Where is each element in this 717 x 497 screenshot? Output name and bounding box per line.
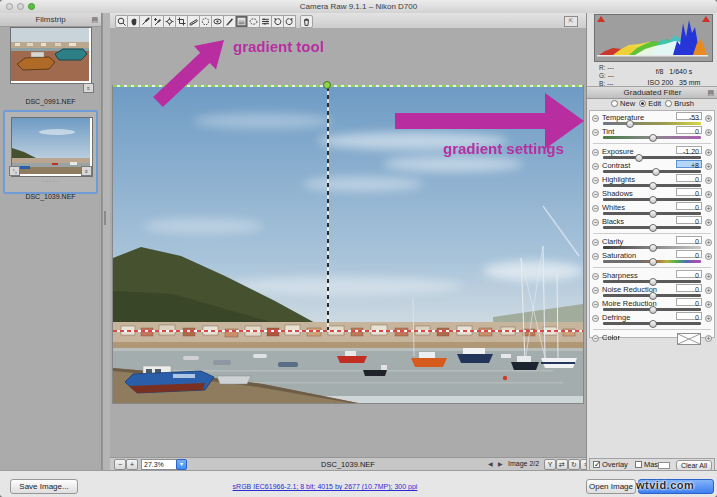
increment-button[interactable]: + xyxy=(705,315,712,322)
decrement-button[interactable]: − xyxy=(592,115,599,122)
decrement-button[interactable]: − xyxy=(592,129,599,136)
increment-button[interactable]: + xyxy=(705,205,712,212)
mode-new[interactable]: New xyxy=(611,99,635,108)
mask-checkbox-icon[interactable] xyxy=(635,461,642,468)
before-after-y-icon[interactable]: Y xyxy=(544,459,556,470)
slider-track[interactable] xyxy=(603,322,701,325)
decrement-button[interactable]: − xyxy=(592,315,599,322)
decrement-button[interactable]: − xyxy=(592,205,599,212)
value-field[interactable]: 0 xyxy=(676,126,702,134)
decrement-button[interactable]: − xyxy=(592,219,599,226)
adjustment-brush-tool-icon[interactable] xyxy=(224,15,236,28)
increment-button[interactable]: + xyxy=(705,115,712,122)
radial-filter-tool-icon[interactable] xyxy=(248,15,260,28)
panel-menu-icon[interactable]: ▤ xyxy=(707,87,714,98)
prev-image-icon[interactable]: ◀ xyxy=(488,460,493,467)
thumbnail-dsc1039-selected[interactable]: ⤡ ≡ · · · · · xyxy=(3,110,98,194)
value-field[interactable]: -53 xyxy=(676,112,702,120)
highlight-clipping-warning-icon[interactable] xyxy=(702,16,710,22)
next-image-icon[interactable]: ▶ xyxy=(498,460,503,467)
straighten-tool-icon[interactable] xyxy=(188,15,200,28)
slider-track[interactable] xyxy=(603,184,701,187)
filmstrip-menu-icon[interactable]: ▤ xyxy=(91,13,98,26)
open-image-button[interactable]: Open Image xyxy=(586,479,636,494)
decrement-button[interactable]: − xyxy=(592,191,599,198)
spot-removal-tool-icon[interactable] xyxy=(200,15,212,28)
decrement-button[interactable]: − xyxy=(592,239,599,246)
radio-brush-icon[interactable] xyxy=(665,100,672,107)
rotate-right-icon[interactable] xyxy=(284,15,296,28)
slider-thumb[interactable] xyxy=(649,258,657,266)
slider-thumb[interactable] xyxy=(649,134,657,142)
slider-track[interactable] xyxy=(603,156,701,159)
increment-button[interactable]: + xyxy=(705,149,712,156)
zoom-tool-icon[interactable] xyxy=(115,15,128,28)
white-balance-tool-icon[interactable] xyxy=(140,15,152,28)
overlay-checkbox-icon[interactable] xyxy=(593,461,600,468)
slider-track[interactable] xyxy=(603,280,701,283)
value-field[interactable]: 0 xyxy=(676,202,702,210)
thumbnail-dsc0991[interactable] xyxy=(10,27,92,84)
slider-thumb[interactable] xyxy=(649,224,657,232)
value-field[interactable]: 0 xyxy=(676,270,702,278)
workflow-options-link[interactable]: sRGB IEC61966-2.1; 8 bit; 4015 by 2677 (… xyxy=(180,483,470,490)
slider-thumb[interactable] xyxy=(649,320,657,328)
delete-icon[interactable] xyxy=(300,15,313,28)
value-field[interactable]: 0 xyxy=(676,174,702,182)
decrement-button[interactable]: − xyxy=(592,253,599,260)
histogram[interactable] xyxy=(594,14,713,62)
color-swatch[interactable] xyxy=(677,333,701,345)
value-field[interactable]: -1.20 xyxy=(676,146,702,154)
radio-new-icon[interactable] xyxy=(611,100,618,107)
save-image-button[interactable]: Save Image... xyxy=(10,479,78,494)
toggle-fullscreen-icon[interactable]: ⇱ xyxy=(564,16,578,27)
value-field[interactable]: 0 xyxy=(676,236,702,244)
increment-button[interactable]: + xyxy=(705,219,712,226)
crop-tool-icon[interactable] xyxy=(176,15,188,28)
decrement-button[interactable]: − xyxy=(592,163,599,170)
increment-button[interactable]: + xyxy=(705,239,712,246)
increment-button[interactable]: + xyxy=(705,287,712,294)
decrement-button[interactable]: − xyxy=(592,149,599,156)
hand-tool-icon[interactable] xyxy=(128,15,140,28)
divider-handle[interactable] xyxy=(104,211,106,225)
slider-track[interactable] xyxy=(603,260,701,263)
red-eye-removal-tool-icon[interactable] xyxy=(212,15,224,28)
slider-track[interactable] xyxy=(603,198,701,201)
mask-color-swatch[interactable] xyxy=(658,462,670,469)
rotate-left-icon[interactable] xyxy=(272,15,284,28)
before-after-swap-icon[interactable]: ⇄ xyxy=(556,459,568,470)
increment-button[interactable]: + xyxy=(705,301,712,308)
decrement-button[interactable]: − xyxy=(592,287,599,294)
slider-track[interactable] xyxy=(603,122,701,125)
value-field[interactable]: 0 xyxy=(676,188,702,196)
increment-button[interactable]: + xyxy=(705,273,712,280)
value-field[interactable]: 0 xyxy=(676,312,702,320)
copy-settings-icon[interactable]: ↻ xyxy=(568,459,580,470)
increment-button[interactable]: + xyxy=(705,335,712,342)
slider-track[interactable] xyxy=(603,136,701,139)
slider-track[interactable] xyxy=(603,246,701,249)
value-field[interactable]: 0 xyxy=(676,284,702,292)
increment-button[interactable]: + xyxy=(705,177,712,184)
preview-canvas[interactable]: gradient tool gradient settings xyxy=(110,28,586,457)
decrement-button[interactable]: − xyxy=(592,273,599,280)
value-field[interactable]: 0 xyxy=(676,216,702,224)
increment-button[interactable]: + xyxy=(705,191,712,198)
targeted-adjustment-tool-icon[interactable] xyxy=(164,15,176,28)
graduated-filter-tool-icon[interactable] xyxy=(236,15,248,28)
slider-track[interactable] xyxy=(603,212,701,215)
slider-track[interactable] xyxy=(603,294,701,297)
decrement-button[interactable]: − xyxy=(592,177,599,184)
value-field[interactable]: 0 xyxy=(676,298,702,306)
increment-button[interactable]: + xyxy=(705,129,712,136)
increment-button[interactable]: + xyxy=(705,163,712,170)
rating-dots[interactable]: · · · · · xyxy=(5,178,96,184)
slider-track[interactable] xyxy=(603,226,701,229)
decrement-button[interactable]: − xyxy=(592,301,599,308)
mode-edit[interactable]: Edit xyxy=(639,99,661,108)
value-field[interactable]: 0 xyxy=(676,250,702,258)
value-field[interactable]: +8 xyxy=(676,160,702,168)
increment-button[interactable]: + xyxy=(705,253,712,260)
gradient-pin-handle[interactable] xyxy=(323,81,331,89)
